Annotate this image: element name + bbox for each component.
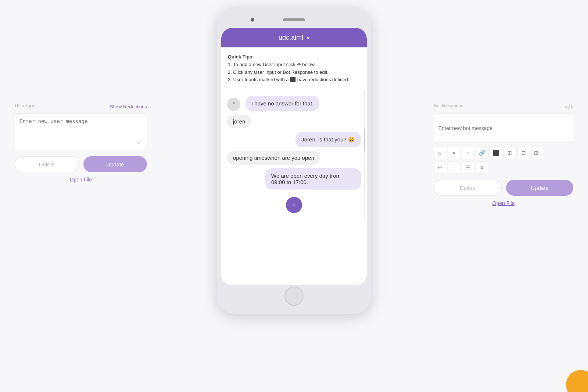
toolbar-image-btn[interactable]: ⬛ [490,147,502,159]
phone: udc.aiml ▾ Quick Tips: 1. To add a new U… [217,7,371,314]
show-reductions-link[interactable]: Show Reductions [110,104,147,109]
phone-header: udc.aiml ▾ [221,28,367,47]
toolbar-list-ol-btn[interactable]: ≡ [476,161,488,174]
quick-tips-title: Quick Tips: [228,54,254,60]
scrollbar-thumb [364,129,365,151]
user-input-label: User Input [15,103,37,108]
add-conversation-button[interactable]: + [286,197,302,213]
chat-row-1: * I have no answer for that. [227,96,361,111]
right-panel: Bot Response </> ☺ ● ○ 🔗 ⬛ ⊞ ⊟ ⊞+ ↩ ··· … [434,103,573,206]
bot-response-label: Bot Response [434,103,464,108]
toolbar-link-btn[interactable]: 🔗 [476,147,488,159]
chat-row-4: opening timeswhen are you open [227,151,361,165]
quick-tip-3: 3. User Inputs marked with a ⬛ have redu… [228,77,349,82]
phone-top [221,14,367,26]
chat-area: * I have no answer for that. joren Joren… [221,90,367,221]
bot-input-field[interactable] [438,125,569,131]
toolbar-list-ul-btn[interactable]: ☰ [462,161,474,174]
right-delete-button[interactable]: Delete [434,180,502,196]
bot-bubble-2[interactable]: Joren, is that you? 😀 [295,132,361,147]
chat-row-5: We are open every day from 09:00 to 17:0… [227,168,361,190]
user-input-area: ☺ [15,114,147,150]
toolbar-row-2: ↩ ··· ☰ ≡ [434,161,573,174]
phone-header-title: udc.aiml [279,34,303,42]
user-input-textarea[interactable] [15,114,130,150]
phone-speaker [283,18,305,21]
right-update-button[interactable]: Update [506,180,573,196]
orange-circle-decoration [566,370,588,392]
quick-tip-1: 1. To add a new User Input click ⊕ below… [228,62,316,67]
bot-bubble-3[interactable]: We are open every day from 09:00 to 17:0… [265,168,361,190]
chevron-down-icon: ▾ [307,35,309,41]
quick-tips: Quick Tips: 1. To add a new User Input c… [221,47,367,90]
chat-row-3: Joren, is that you? 😀 [227,132,361,147]
left-panel: User Input Show Reductions ☺ Delete Upda… [15,103,147,183]
toolbar-circle-btn[interactable]: ○ [462,147,474,159]
phone-home-button[interactable] [284,287,304,306]
left-open-file-link[interactable]: Open File [15,177,147,183]
toolbar-ellipsis-btn[interactable]: ··· [448,161,460,174]
scrollbar-track[interactable] [364,90,365,221]
bot-avatar: * [227,98,240,111]
emoji-button-left[interactable]: ☺ [130,114,147,150]
toolbar-undo-btn[interactable]: ↩ [434,161,446,174]
chat-row-2: joren [227,115,361,128]
bot-bubble-1[interactable]: I have no answer for that. [245,96,319,111]
toolbar-emoji-btn[interactable]: ☺ [434,147,446,159]
toolbar-cols-btn[interactable]: ⊟ [517,147,530,159]
code-tag[interactable]: </> [565,104,573,109]
toolbar-add-col-btn[interactable]: ⊞+ [531,147,544,159]
user-bubble-2[interactable]: opening timeswhen are you open [227,151,320,165]
toolbar-circle-fill-btn[interactable]: ● [448,147,460,159]
quick-tip-2: 2. Click any User Input or Bot Response … [228,69,329,75]
left-delete-button[interactable]: Delete [15,156,79,172]
right-open-file-link[interactable]: Open File [434,200,573,206]
bot-input-area [434,114,573,143]
phone-screen: udc.aiml ▾ Quick Tips: 1. To add a new U… [221,28,367,285]
toolbar-table-btn[interactable]: ⊞ [503,147,516,159]
right-panel-label-row: Bot Response </> [434,103,573,111]
phone-camera [251,18,254,22]
left-update-button[interactable]: Update [83,156,147,172]
user-bubble-1[interactable]: joren [227,115,251,128]
phone-bottom [221,285,367,307]
toolbar-row-1: ☺ ● ○ 🔗 ⬛ ⊞ ⊟ ⊞+ [434,147,573,159]
left-btn-row: Delete Update [15,156,147,172]
right-btn-row: Delete Update [434,180,573,196]
phone-wrapper: udc.aiml ▾ Quick Tips: 1. To add a new U… [217,7,371,314]
